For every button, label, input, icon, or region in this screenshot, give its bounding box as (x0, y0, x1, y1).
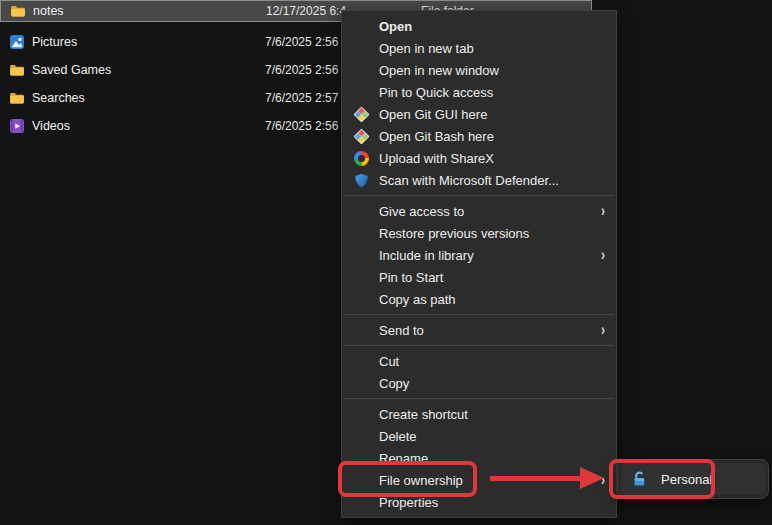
menu-item-copy-as-path[interactable]: Copy as path (342, 288, 616, 310)
sharex-icon (353, 150, 369, 166)
blank-icon-slot (353, 247, 369, 263)
menu-item-delete[interactable]: Delete (342, 425, 616, 447)
videos-icon (8, 118, 25, 135)
annotation-arrow-head (580, 467, 604, 489)
menu-item-give-access-to[interactable]: Give access to › (342, 200, 616, 222)
menu-item-send-to[interactable]: Send to › (342, 319, 616, 341)
blank-icon-slot (353, 269, 369, 285)
menu-item-open-in-new-tab[interactable]: Open in new tab (342, 37, 616, 59)
menu-separator (344, 195, 614, 196)
file-explorer-screen: notes 12/17/2025 6:4 File folder Picture… (0, 0, 772, 525)
menu-item-open[interactable]: Open (342, 15, 616, 37)
file-date: 7/6/2025 2:56 P (265, 119, 350, 133)
file-name: Searches (32, 91, 85, 105)
menu-item-open-in-new-window[interactable]: Open in new window (342, 59, 616, 81)
blank-icon-slot (353, 322, 369, 338)
menu-separator (344, 345, 614, 346)
blank-icon-slot (353, 494, 369, 510)
folder-icon (8, 62, 25, 79)
menu-item-create-shortcut[interactable]: Create shortcut (342, 403, 616, 425)
blank-icon-slot (353, 40, 369, 56)
blank-icon-slot (353, 375, 369, 391)
menu-separator (344, 314, 614, 315)
chevron-right-icon: › (601, 203, 607, 219)
menu-item-open-git-bash-here[interactable]: Open Git Bash here (342, 125, 616, 147)
file-name: Saved Games (32, 63, 111, 77)
file-name: Videos (32, 119, 70, 133)
blank-icon-slot (353, 353, 369, 369)
blank-icon-slot (353, 428, 369, 444)
unlock-icon (631, 470, 649, 488)
menu-item-copy[interactable]: Copy (342, 372, 616, 394)
blank-icon-slot (353, 225, 369, 241)
submenu-item-personal[interactable]: Personal (621, 463, 765, 495)
blank-icon-slot (353, 84, 369, 100)
context-menu: Open Open in new tab Open in new window … (341, 10, 617, 518)
menu-item-pin-to-start[interactable]: Pin to Start (342, 266, 616, 288)
menu-item-scan-with-defender[interactable]: Scan with Microsoft Defender... (342, 169, 616, 191)
blank-icon-slot (353, 291, 369, 307)
blank-icon-slot (353, 203, 369, 219)
chevron-right-icon: › (601, 322, 607, 338)
defender-icon (353, 172, 369, 188)
menu-item-restore-previous-versions[interactable]: Restore previous versions (342, 222, 616, 244)
menu-item-pin-to-quick-access[interactable]: Pin to Quick access (342, 81, 616, 103)
menu-item-cut[interactable]: Cut (342, 350, 616, 372)
pictures-icon (8, 34, 25, 51)
menu-item-upload-with-sharex[interactable]: Upload with ShareX (342, 147, 616, 169)
menu-item-properties[interactable]: Properties (342, 491, 616, 513)
file-name: notes (33, 4, 64, 18)
git-icon (353, 128, 369, 144)
menu-item-include-in-library[interactable]: Include in library › (342, 244, 616, 266)
file-ownership-submenu: Personal (617, 459, 769, 499)
git-icon (353, 106, 369, 122)
blank-icon-slot (353, 18, 369, 34)
blank-icon-slot (353, 62, 369, 78)
blank-icon-slot (353, 450, 369, 466)
menu-item-open-git-gui-here[interactable]: Open Git GUI here (342, 103, 616, 125)
chevron-right-icon: › (601, 247, 607, 263)
file-date: 7/6/2025 2:57 P (265, 91, 350, 105)
folder-icon (9, 3, 26, 20)
file-date: 7/6/2025 2:56 P (265, 63, 350, 77)
blank-icon-slot (353, 406, 369, 422)
menu-separator (344, 398, 614, 399)
file-date: 12/17/2025 6:4 (266, 4, 346, 18)
folder-icon (8, 90, 25, 107)
blank-icon-slot (353, 472, 369, 488)
menu-item-rename[interactable]: Rename (342, 447, 616, 469)
annotation-arrow-shaft (490, 476, 584, 481)
file-name: Pictures (32, 35, 77, 49)
file-date: 7/6/2025 2:56 P (265, 35, 350, 49)
